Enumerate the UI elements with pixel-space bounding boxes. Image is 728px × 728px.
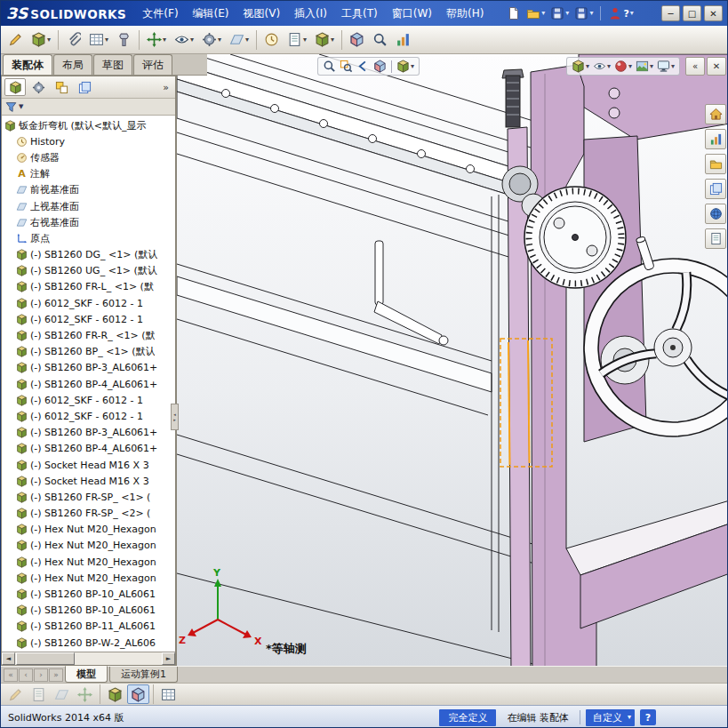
tree-component-row[interactable]: (-) SB1260 BP-11_AL6061 [2, 619, 175, 635]
tree-right-plane-row[interactable]: 右视基准面 [2, 214, 175, 230]
tree-component-row[interactable]: (-) Socket Head M16 X 3 [2, 457, 175, 473]
tree-component-row[interactable]: (-) Socket Head M16 X 3 [2, 473, 175, 489]
tree-component-row[interactable]: (-) Hex Nut M20_Hexagon [2, 522, 175, 538]
save-all-button[interactable]: ▾ [572, 5, 595, 21]
scrollbar-track[interactable] [75, 652, 162, 665]
mate-button[interactable] [62, 28, 84, 52]
show-hide-components-button[interactable]: ▾ [171, 28, 197, 52]
tree-component-row[interactable]: (-) SB1260 BP-10_AL6061 [2, 586, 175, 602]
appearances-scenes-tab[interactable] [705, 204, 726, 224]
view-palette-tab[interactable] [705, 179, 726, 199]
featuremanager-tree-tab[interactable] [4, 78, 26, 96]
tree-component-row[interactable]: (-) SB1260 FR-R_ <1> (默 [2, 327, 175, 343]
move-component-button[interactable]: ▾ [143, 28, 170, 52]
previous-view-button[interactable] [356, 59, 371, 74]
edit-appearance-button[interactable]: ▾ [613, 59, 633, 74]
tree-component-row[interactable]: (-) Hex Nut M20_Hexagon [2, 554, 175, 570]
tab-scroll-first-button[interactable]: « [4, 668, 18, 682]
tab-layout[interactable]: 布局 [53, 54, 92, 75]
solidworks-resources-tab[interactable] [705, 104, 726, 124]
file-explorer-tab[interactable] [705, 154, 726, 174]
reference-geometry-button[interactable]: ▾ [226, 28, 252, 52]
tree-root-row[interactable]: 钣金折弯机 (默认<默认_显示 [2, 117, 175, 133]
tab-assembly[interactable]: 装配体 [3, 54, 52, 75]
tree-top-plane-row[interactable]: 上视基准面 [2, 198, 175, 214]
menu-item[interactable]: 窗口(W) [385, 3, 439, 25]
scroll-right-button[interactable]: ► [162, 652, 175, 665]
menu-item[interactable]: 视图(V) [236, 3, 288, 25]
configurationmanager-tab[interactable] [51, 78, 72, 96]
open-button[interactable]: ▾ [524, 5, 547, 21]
grid-system-button[interactable] [157, 684, 180, 704]
tree-component-row[interactable]: (-) SB1260 BP_ <1> (默认 [2, 344, 175, 360]
tree-component-row[interactable]: (-) SB1260 FR-SP_ <2> ( [2, 506, 175, 522]
interference-detection-button[interactable] [346, 28, 368, 52]
tree-component-row[interactable]: (-) 6012_SKF - 6012 - 1 [2, 408, 175, 424]
help-button[interactable]: ?▾ [606, 5, 635, 21]
smart-dimension-button[interactable] [28, 684, 50, 704]
zoom-fit-button[interactable] [322, 59, 337, 74]
shaded-with-edges-button[interactable] [127, 684, 149, 704]
tree-component-row[interactable]: (-) SB1260 FR-L_ <1> (默 [2, 279, 175, 295]
tree-component-row[interactable]: (-) SB1260 BP-3_AL6061+ [2, 360, 175, 376]
tab-model[interactable]: 模型 [65, 666, 108, 683]
new-motion-study-button[interactable] [260, 28, 283, 52]
panel-splitter[interactable]: ◂ ▸ [171, 404, 179, 430]
smart-fasteners-button[interactable] [113, 28, 135, 52]
edit-component-button[interactable] [4, 28, 27, 52]
new-document-button[interactable] [505, 5, 523, 21]
tree-front-plane-row[interactable]: 前视基准面 [2, 182, 175, 198]
minimize-button[interactable]: ─ [661, 5, 680, 21]
zoom-area-button[interactable] [339, 59, 354, 74]
view-orientation-quick-button[interactable] [104, 684, 126, 704]
panel-tab-overflow-button[interactable]: » [163, 82, 172, 93]
sketch-plane-button[interactable] [51, 684, 73, 704]
tree-component-row[interactable]: (-) SB1260 BP-W-2_AL606 [2, 635, 175, 651]
exploded-view-button[interactable]: ▾ [311, 28, 338, 52]
bill-of-materials-button[interactable]: ▾ [284, 28, 310, 52]
tree-horizontal-scrollbar[interactable]: ◄ ► [2, 652, 175, 665]
tree-sensors-row[interactable]: 传感器 [2, 149, 175, 165]
hide-show-items-button[interactable]: ▾ [592, 59, 612, 74]
displaymanager-tab[interactable] [74, 78, 95, 96]
adjusting-screw[interactable] [502, 69, 524, 127]
menu-item[interactable]: 插入(I) [287, 3, 334, 25]
tree-origin-row[interactable]: 原点 [2, 230, 175, 246]
scroll-left-button[interactable]: ◄ [2, 652, 15, 665]
tree-component-row[interactable]: (-) 6012_SKF - 6012 - 1 [2, 392, 175, 408]
tree-component-row[interactable]: (-) Hex Nut M20_Hexagon [2, 538, 175, 554]
custom-toolbar-select[interactable]: 自定义 ▾ [586, 709, 635, 726]
tree-component-row[interactable]: (-) Hex Nut M20_Hexagon [2, 570, 175, 586]
view-orientation-button[interactable]: ▾ [396, 59, 415, 74]
tree-component-row[interactable]: (-) SB1260 FR-SP_ <1> ( [2, 489, 175, 505]
section-view-button[interactable] [372, 59, 388, 74]
scrollbar-thumb[interactable] [16, 652, 75, 665]
model-canvas[interactable]: Y X Z [177, 54, 728, 666]
tree-component-row[interactable]: (-) SB1260 BP-4_AL6061+ [2, 376, 175, 392]
tree-component-row[interactable]: (-) SB1260 BP-10_AL6061 [2, 603, 175, 619]
graphics-viewport[interactable]: Y X Z ▾ ▾ ▾ ▾ [176, 54, 728, 666]
save-button[interactable]: ▾ [548, 5, 571, 21]
tab-sketch[interactable]: 草图 [93, 54, 132, 75]
tree-component-row[interactable]: (-) 6012_SKF - 6012 - 1 [2, 311, 175, 327]
tree-component-row[interactable]: (-) SB1260 UG_ <1> (默认 [2, 263, 175, 279]
assembly-visualization-button[interactable] [392, 28, 414, 52]
menu-item[interactable]: 帮助(H) [439, 3, 491, 25]
maximize-button[interactable]: □ [683, 5, 701, 21]
tab-scroll-prev-button[interactable]: ‹ [19, 668, 33, 682]
menu-item[interactable]: 文件(F) [135, 3, 185, 25]
tree-component-row[interactable]: (-) SB1260 DG_ <1> (默认 [2, 247, 175, 263]
task-pane-close-button[interactable]: ✕ [707, 57, 726, 76]
sketch-button[interactable] [4, 684, 27, 704]
tab-scroll-next-button[interactable]: › [34, 668, 48, 682]
clearance-verification-button[interactable] [369, 28, 391, 52]
propertymanager-tab[interactable] [28, 78, 49, 96]
view-settings-button[interactable]: ▾ [656, 59, 676, 74]
tree-component-row[interactable]: (-) 6012_SKF - 6012 - 1 [2, 295, 175, 311]
tree-component-row[interactable]: (-) SB1260 BP-4_AL6061+ [2, 441, 175, 457]
tree-annotations-row[interactable]: A 注解 [2, 166, 175, 182]
sketch-pattern-button[interactable] [74, 684, 96, 704]
display-style-button[interactable]: ▾ [571, 59, 590, 74]
task-pane-collapse-button[interactable]: « [685, 57, 705, 76]
tree-component-row[interactable]: (-) SB1260 BP-3_AL6061+ [2, 425, 175, 441]
